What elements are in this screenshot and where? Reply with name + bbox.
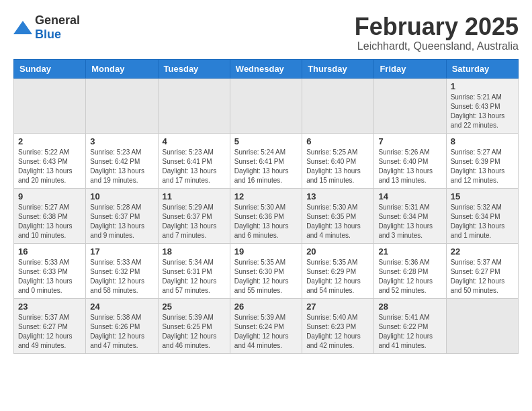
calendar: SundayMondayTuesdayWednesdayThursdayFrid… bbox=[13, 59, 519, 354]
week-row-5: 23Sunrise: 5:37 AM Sunset: 6:27 PM Dayli… bbox=[14, 298, 519, 353]
calendar-cell-w5-d6: 28Sunrise: 5:41 AM Sunset: 6:22 PM Dayli… bbox=[374, 298, 446, 353]
calendar-cell-w2-d7: 8Sunrise: 5:27 AM Sunset: 6:39 PM Daylig… bbox=[446, 133, 518, 188]
day-number: 16 bbox=[18, 246, 81, 257]
day-number: 28 bbox=[378, 302, 441, 312]
day-number: 14 bbox=[378, 191, 441, 201]
logo-general: General bbox=[35, 13, 80, 27]
day-number: 13 bbox=[306, 191, 369, 201]
calendar-cell-w1-d7: 1Sunrise: 5:21 AM Sunset: 6:43 PM Daylig… bbox=[446, 78, 518, 133]
weekday-header-thursday: Thursday bbox=[302, 59, 374, 78]
day-number: 8 bbox=[451, 136, 514, 146]
day-info: Sunrise: 5:30 AM Sunset: 6:35 PM Dayligh… bbox=[306, 203, 369, 240]
subtitle: Leichhardt, Queensland, Australia bbox=[355, 40, 519, 52]
weekday-header-wednesday: Wednesday bbox=[230, 59, 302, 78]
day-number: 21 bbox=[378, 246, 441, 257]
day-info: Sunrise: 5:34 AM Sunset: 6:31 PM Dayligh… bbox=[163, 258, 226, 295]
day-info: Sunrise: 5:29 AM Sunset: 6:37 PM Dayligh… bbox=[163, 203, 226, 240]
week-row-3: 9Sunrise: 5:27 AM Sunset: 6:38 PM Daylig… bbox=[14, 188, 519, 243]
day-info: Sunrise: 5:36 AM Sunset: 6:28 PM Dayligh… bbox=[378, 258, 441, 295]
day-info: Sunrise: 5:37 AM Sunset: 6:27 PM Dayligh… bbox=[451, 258, 514, 295]
calendar-cell-w5-d3: 25Sunrise: 5:39 AM Sunset: 6:25 PM Dayli… bbox=[158, 298, 230, 353]
day-number: 15 bbox=[451, 191, 514, 201]
day-number: 7 bbox=[378, 136, 441, 146]
day-info: Sunrise: 5:24 AM Sunset: 6:41 PM Dayligh… bbox=[234, 148, 298, 185]
weekday-header-monday: Monday bbox=[86, 59, 158, 78]
day-info: Sunrise: 5:31 AM Sunset: 6:34 PM Dayligh… bbox=[378, 203, 441, 240]
day-number: 5 bbox=[234, 136, 298, 146]
day-number: 2 bbox=[18, 136, 81, 146]
day-info: Sunrise: 5:21 AM Sunset: 6:43 PM Dayligh… bbox=[451, 93, 514, 130]
day-number: 24 bbox=[90, 302, 153, 312]
title-section: February 2025 Leichhardt, Queensland, Au… bbox=[355, 13, 519, 52]
day-number: 6 bbox=[306, 136, 369, 146]
calendar-cell-w3-d7: 15Sunrise: 5:32 AM Sunset: 6:34 PM Dayli… bbox=[446, 188, 518, 243]
calendar-cell-w3-d6: 14Sunrise: 5:31 AM Sunset: 6:34 PM Dayli… bbox=[374, 188, 446, 243]
day-number: 27 bbox=[306, 302, 369, 312]
week-row-1: 1Sunrise: 5:21 AM Sunset: 6:43 PM Daylig… bbox=[14, 78, 519, 133]
day-info: Sunrise: 5:22 AM Sunset: 6:43 PM Dayligh… bbox=[18, 148, 81, 185]
day-number: 3 bbox=[90, 136, 153, 146]
calendar-cell-w1-d6 bbox=[374, 78, 446, 133]
day-number: 26 bbox=[234, 302, 298, 312]
day-number: 17 bbox=[90, 246, 153, 257]
logo-text: General Blue bbox=[35, 13, 80, 42]
svg-marker-0 bbox=[13, 21, 32, 34]
calendar-cell-w2-d3: 4Sunrise: 5:23 AM Sunset: 6:41 PM Daylig… bbox=[158, 133, 230, 188]
calendar-cell-w4-d5: 20Sunrise: 5:35 AM Sunset: 6:29 PM Dayli… bbox=[302, 243, 374, 298]
calendar-cell-w2-d1: 2Sunrise: 5:22 AM Sunset: 6:43 PM Daylig… bbox=[14, 133, 86, 188]
calendar-cell-w5-d5: 27Sunrise: 5:40 AM Sunset: 6:23 PM Dayli… bbox=[302, 298, 374, 353]
calendar-cell-w5-d1: 23Sunrise: 5:37 AM Sunset: 6:27 PM Dayli… bbox=[14, 298, 86, 353]
day-number: 23 bbox=[18, 302, 81, 312]
main-title: February 2025 bbox=[355, 13, 519, 40]
day-number: 12 bbox=[234, 191, 298, 201]
weekday-header-friday: Friday bbox=[374, 59, 446, 78]
day-info: Sunrise: 5:40 AM Sunset: 6:23 PM Dayligh… bbox=[306, 313, 369, 351]
calendar-cell-w3-d1: 9Sunrise: 5:27 AM Sunset: 6:38 PM Daylig… bbox=[14, 188, 86, 243]
day-info: Sunrise: 5:23 AM Sunset: 6:42 PM Dayligh… bbox=[90, 148, 153, 185]
header: General Blue February 2025 Leichhardt, Q… bbox=[13, 13, 519, 52]
day-info: Sunrise: 5:25 AM Sunset: 6:40 PM Dayligh… bbox=[306, 148, 369, 185]
calendar-cell-w5-d7 bbox=[446, 298, 518, 353]
calendar-cell-w3-d2: 10Sunrise: 5:28 AM Sunset: 6:37 PM Dayli… bbox=[86, 188, 158, 243]
day-info: Sunrise: 5:41 AM Sunset: 6:22 PM Dayligh… bbox=[378, 313, 441, 351]
day-info: Sunrise: 5:37 AM Sunset: 6:27 PM Dayligh… bbox=[18, 313, 81, 351]
calendar-cell-w2-d4: 5Sunrise: 5:24 AM Sunset: 6:41 PM Daylig… bbox=[230, 133, 302, 188]
calendar-cell-w4-d3: 18Sunrise: 5:34 AM Sunset: 6:31 PM Dayli… bbox=[158, 243, 230, 298]
weekday-header-tuesday: Tuesday bbox=[158, 59, 230, 78]
day-info: Sunrise: 5:23 AM Sunset: 6:41 PM Dayligh… bbox=[163, 148, 226, 185]
day-number: 25 bbox=[163, 302, 226, 312]
day-info: Sunrise: 5:38 AM Sunset: 6:26 PM Dayligh… bbox=[90, 313, 153, 351]
day-info: Sunrise: 5:27 AM Sunset: 6:39 PM Dayligh… bbox=[451, 148, 514, 185]
calendar-cell-w1-d4 bbox=[230, 78, 302, 133]
calendar-cell-w5-d4: 26Sunrise: 5:39 AM Sunset: 6:24 PM Dayli… bbox=[230, 298, 302, 353]
calendar-cell-w2-d2: 3Sunrise: 5:23 AM Sunset: 6:42 PM Daylig… bbox=[86, 133, 158, 188]
day-info: Sunrise: 5:30 AM Sunset: 6:36 PM Dayligh… bbox=[234, 203, 298, 240]
day-info: Sunrise: 5:35 AM Sunset: 6:29 PM Dayligh… bbox=[306, 258, 369, 295]
calendar-cell-w3-d5: 13Sunrise: 5:30 AM Sunset: 6:35 PM Dayli… bbox=[302, 188, 374, 243]
day-info: Sunrise: 5:39 AM Sunset: 6:25 PM Dayligh… bbox=[163, 313, 226, 351]
day-number: 4 bbox=[163, 136, 226, 146]
day-number: 11 bbox=[163, 191, 226, 201]
calendar-cell-w5-d2: 24Sunrise: 5:38 AM Sunset: 6:26 PM Dayli… bbox=[86, 298, 158, 353]
logo: General Blue bbox=[13, 13, 80, 42]
day-info: Sunrise: 5:32 AM Sunset: 6:34 PM Dayligh… bbox=[451, 203, 514, 240]
day-number: 22 bbox=[451, 246, 514, 257]
calendar-cell-w1-d2 bbox=[86, 78, 158, 133]
calendar-cell-w2-d5: 6Sunrise: 5:25 AM Sunset: 6:40 PM Daylig… bbox=[302, 133, 374, 188]
calendar-cell-w3-d3: 11Sunrise: 5:29 AM Sunset: 6:37 PM Dayli… bbox=[158, 188, 230, 243]
week-row-4: 16Sunrise: 5:33 AM Sunset: 6:33 PM Dayli… bbox=[14, 243, 519, 298]
calendar-cell-w4-d2: 17Sunrise: 5:33 AM Sunset: 6:32 PM Dayli… bbox=[86, 243, 158, 298]
logo-icon bbox=[13, 21, 32, 34]
day-info: Sunrise: 5:26 AM Sunset: 6:40 PM Dayligh… bbox=[378, 148, 441, 185]
calendar-cell-w1-d1 bbox=[14, 78, 86, 133]
day-number: 20 bbox=[306, 246, 369, 257]
day-info: Sunrise: 5:33 AM Sunset: 6:32 PM Dayligh… bbox=[90, 258, 153, 295]
day-number: 9 bbox=[18, 191, 81, 201]
week-row-2: 2Sunrise: 5:22 AM Sunset: 6:43 PM Daylig… bbox=[14, 133, 519, 188]
day-number: 10 bbox=[90, 191, 153, 201]
logo-blue: Blue bbox=[35, 28, 61, 41]
day-info: Sunrise: 5:39 AM Sunset: 6:24 PM Dayligh… bbox=[234, 313, 298, 351]
calendar-cell-w4-d1: 16Sunrise: 5:33 AM Sunset: 6:33 PM Dayli… bbox=[14, 243, 86, 298]
calendar-cell-w4-d6: 21Sunrise: 5:36 AM Sunset: 6:28 PM Dayli… bbox=[374, 243, 446, 298]
weekday-header-sunday: Sunday bbox=[14, 59, 86, 78]
